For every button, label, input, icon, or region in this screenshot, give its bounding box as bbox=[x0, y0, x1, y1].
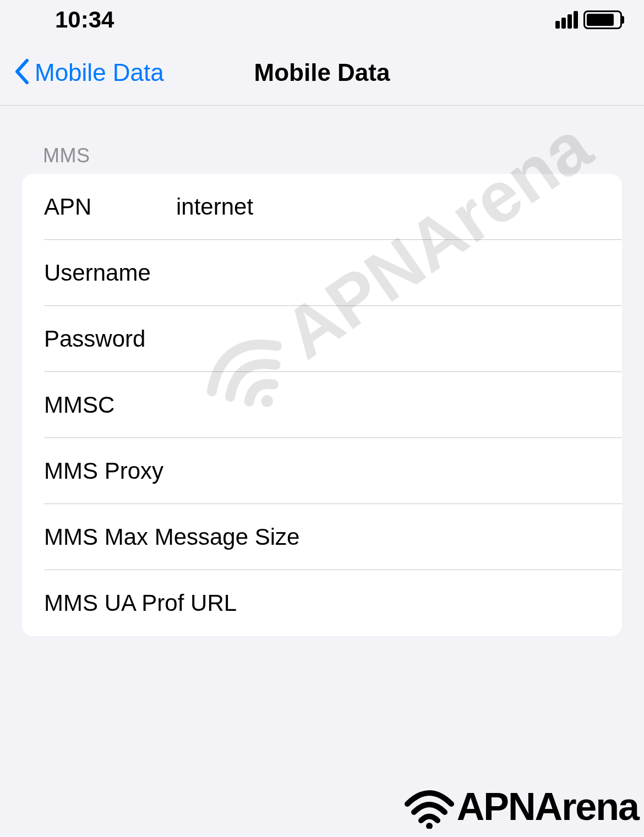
back-label: Mobile Data bbox=[35, 59, 164, 86]
mmsc-input[interactable] bbox=[176, 392, 600, 418]
settings-row-mms-max-size[interactable]: MMS Max Message Size bbox=[22, 504, 622, 570]
row-label: MMSC bbox=[44, 392, 176, 418]
row-label: Username bbox=[44, 260, 176, 286]
navigation-bar: Mobile Data Mobile Data bbox=[0, 40, 644, 106]
settings-row-apn[interactable]: APN bbox=[22, 174, 622, 240]
svg-point-1 bbox=[426, 823, 433, 829]
footer-logo-text: APNArena bbox=[457, 785, 638, 829]
username-input[interactable] bbox=[176, 260, 600, 286]
status-time: 10:34 bbox=[55, 7, 114, 33]
settings-group-mms: APN Username Password MMSC MMS Proxy MMS… bbox=[22, 174, 622, 636]
apn-input[interactable] bbox=[176, 194, 600, 220]
settings-row-mms-proxy[interactable]: MMS Proxy bbox=[22, 438, 622, 504]
settings-row-username[interactable]: Username bbox=[22, 240, 622, 306]
settings-row-mmsc[interactable]: MMSC bbox=[22, 372, 622, 438]
settings-row-mms-ua-prof[interactable]: MMS UA Prof URL bbox=[22, 570, 622, 636]
row-label: Password bbox=[44, 326, 176, 352]
row-label: MMS Proxy bbox=[44, 458, 600, 484]
row-label: MMS UA Prof URL bbox=[44, 590, 600, 616]
chevron-left-icon bbox=[14, 58, 29, 87]
status-bar: 10:34 bbox=[0, 0, 644, 40]
page-title: Mobile Data bbox=[254, 59, 390, 86]
settings-row-password[interactable]: Password bbox=[22, 306, 622, 372]
row-label: MMS Max Message Size bbox=[44, 524, 600, 550]
battery-icon bbox=[583, 10, 622, 29]
password-input[interactable] bbox=[176, 326, 600, 352]
wifi-icon bbox=[402, 785, 457, 829]
back-button[interactable]: Mobile Data bbox=[14, 58, 164, 87]
cellular-signal-icon bbox=[555, 11, 578, 29]
footer-logo: APNArena bbox=[402, 785, 638, 829]
status-icons bbox=[555, 10, 622, 29]
content: MMS APN Username Password MMSC MMS Proxy… bbox=[0, 106, 644, 636]
section-header-mms: MMS bbox=[22, 106, 622, 174]
row-label: APN bbox=[44, 194, 176, 220]
